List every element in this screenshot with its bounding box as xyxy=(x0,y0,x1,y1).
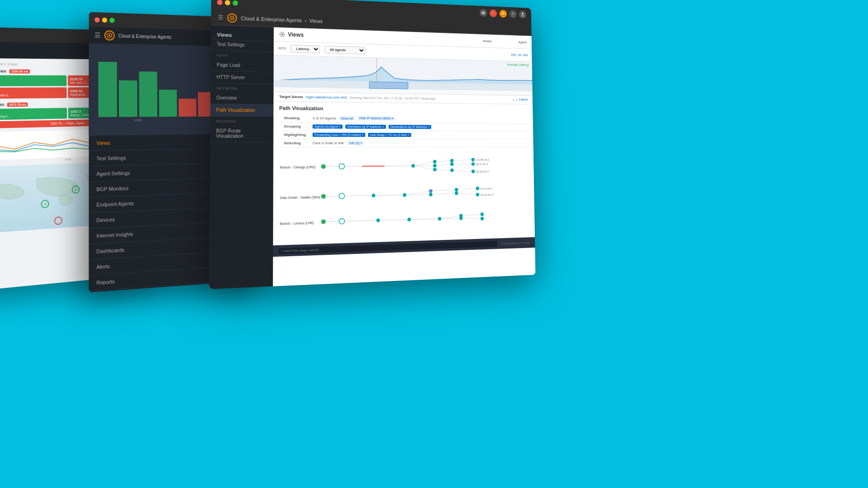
highlighting-row: Highlighting Forwarding Loss > 5% (0 nod… xyxy=(279,131,528,139)
node-3c[interactable] xyxy=(438,217,442,221)
time-tab-1b[interactable]: 1b xyxy=(518,53,521,57)
node-r1a[interactable] xyxy=(433,160,437,164)
help-btn[interactable]: ? xyxy=(509,10,516,18)
close-button-2[interactable] xyxy=(94,17,99,22)
node-r1e[interactable] xyxy=(450,162,454,166)
nav-arrows: ‹ › Latest xyxy=(513,97,528,102)
node-r1c[interactable] xyxy=(433,168,437,171)
test-label: RFD xyxy=(278,46,286,51)
next-arrow[interactable]: › xyxy=(516,98,517,102)
bar-2 xyxy=(119,80,137,117)
minimize-button-3[interactable] xyxy=(225,0,230,5)
node-mid-1[interactable] xyxy=(411,164,415,168)
main-content: Views Test Settings HTTP Page Load HTTP … xyxy=(209,25,535,289)
group-destinations[interactable]: Destinations by IP Address × xyxy=(388,125,431,129)
node-2f[interactable] xyxy=(455,192,458,195)
start-node-1[interactable] xyxy=(321,164,326,169)
node-r1d[interactable] xyxy=(450,159,454,163)
node-2a[interactable] xyxy=(372,194,375,197)
node-3e[interactable] xyxy=(459,216,463,220)
node-r1f[interactable] xyxy=(450,169,454,172)
svg-line-49 xyxy=(380,220,407,220)
end-node-1c[interactable] xyxy=(472,169,475,173)
close-button-3[interactable] xyxy=(217,0,222,5)
time-tabs: 24h 1b 14d xyxy=(511,53,528,57)
junction-node-2[interactable] xyxy=(339,193,344,199)
group-agents[interactable]: Agents by Agent × xyxy=(312,124,342,128)
user-btn[interactable] xyxy=(519,10,526,19)
node-3a[interactable] xyxy=(376,219,380,222)
svg-point-3 xyxy=(108,34,110,36)
node-3b[interactable] xyxy=(407,218,411,221)
svg-line-48 xyxy=(344,221,376,221)
svg-point-6 xyxy=(522,13,524,14)
eye-btn[interactable] xyxy=(480,9,487,17)
svg-text:13.249.23.2: 13.249.23.2 xyxy=(476,159,490,161)
svg-line-53 xyxy=(462,214,480,216)
branch-singapore[interactable]: 550.92 Singapore xyxy=(0,75,66,86)
timeline-selection[interactable] xyxy=(369,81,408,89)
end-node-2a[interactable] xyxy=(476,187,480,190)
maximize-button-2[interactable] xyxy=(109,18,114,23)
copyright-text: ThousandEyes © 2019 xyxy=(500,241,530,245)
sidebar-http-server[interactable]: HTTP Server xyxy=(211,71,274,84)
junction-node-3[interactable] xyxy=(339,218,344,224)
header-nav-icons: ! 🔔 ? xyxy=(480,9,527,19)
fwd-loss-tag[interactable]: Forwarding Loss > 5% (0 nodes) × xyxy=(312,133,365,137)
svg-point-5 xyxy=(483,12,484,14)
hamburger-menu[interactable]: ☰ xyxy=(94,31,100,39)
window-controls-2 xyxy=(94,17,114,23)
svg-text:Branch - London (LHR): Branch - London (LHR) xyxy=(280,221,314,225)
show-all-link[interactable]: Show All xyxy=(339,116,355,120)
maximize-button-3[interactable] xyxy=(233,0,238,5)
node-2d[interactable] xyxy=(429,192,433,196)
metric-select[interactable]: Latency xyxy=(291,45,320,53)
time-tab-24h[interactable]: 24h xyxy=(511,53,516,57)
node-2c[interactable] xyxy=(429,189,433,193)
views-toolbar: Metric Agent xyxy=(483,39,527,44)
link-delay-tag[interactable]: Link Delay > 70 ms (1 link) × xyxy=(368,133,411,137)
notif-btn[interactable]: 🔔 xyxy=(500,10,507,18)
sidebar-overview[interactable]: Overview xyxy=(210,92,274,105)
end-node-3b[interactable] xyxy=(481,217,484,221)
group-interfaces[interactable]: Interfaces by IP Address × xyxy=(345,125,386,129)
node-2b[interactable] xyxy=(403,193,406,197)
hide-ip-btn[interactable]: Hide IP Address labels ▾ xyxy=(358,116,396,121)
time-tab-14d[interactable]: 14d xyxy=(522,53,528,57)
end-node-1a[interactable] xyxy=(471,158,475,161)
info-tag[interactable]: Info (2) × xyxy=(348,141,364,145)
branch-dubai[interactable]: 2150.67 Dubai, United Arab E... xyxy=(0,87,66,99)
svg-line-30 xyxy=(454,170,471,172)
grouping-row: Grouping Agents by Agent × Interfaces by… xyxy=(279,122,528,131)
svg-line-47 xyxy=(326,221,340,222)
node-2e[interactable] xyxy=(455,188,458,192)
svg-line-39 xyxy=(406,195,429,195)
window-controls-3 xyxy=(217,0,238,5)
junction-node-1[interactable] xyxy=(339,164,344,169)
sidebar-bgp-route[interactable]: BGP Route Visualization xyxy=(210,125,274,142)
te-logo-3 xyxy=(227,13,237,22)
views-title: Views xyxy=(288,31,304,38)
start-node-2[interactable] xyxy=(321,194,326,198)
end-node-3a[interactable] xyxy=(481,212,484,216)
sidebar-test-settings[interactable]: Test Settings xyxy=(211,40,274,52)
agent-select[interactable]: All agents xyxy=(325,46,365,54)
minimize-button-2[interactable] xyxy=(102,17,107,22)
hamburger-3[interactable]: ☰ xyxy=(218,14,223,21)
end-node-1b[interactable] xyxy=(472,162,475,166)
sidebar-path-vis[interactable]: Path Visualization xyxy=(210,104,274,117)
branch-kwai[interactable]: 1023.25 Kwai Chung, Hong K... xyxy=(0,108,67,121)
alert-btn[interactable]: ! xyxy=(490,9,497,18)
timeline-chart: Average Latency Dec 15 Dec 16 Dec 17 Dec… xyxy=(274,55,533,96)
prev-arrow[interactable]: ‹ xyxy=(513,97,514,102)
svg-line-36 xyxy=(344,196,371,196)
start-node-3[interactable] xyxy=(321,219,326,224)
svg-line-26 xyxy=(437,164,450,165)
sidebar-page-load[interactable]: Page Load xyxy=(211,59,274,72)
end-node-2b[interactable] xyxy=(476,193,480,197)
latest-btn[interactable]: Latest xyxy=(519,98,528,103)
breadcrumb-3: Cloud & Enterprise Agents › Views xyxy=(241,15,323,24)
svg-line-50 xyxy=(411,219,438,219)
selecting-label: Selecting xyxy=(284,141,310,145)
node-r1b[interactable] xyxy=(433,164,437,168)
